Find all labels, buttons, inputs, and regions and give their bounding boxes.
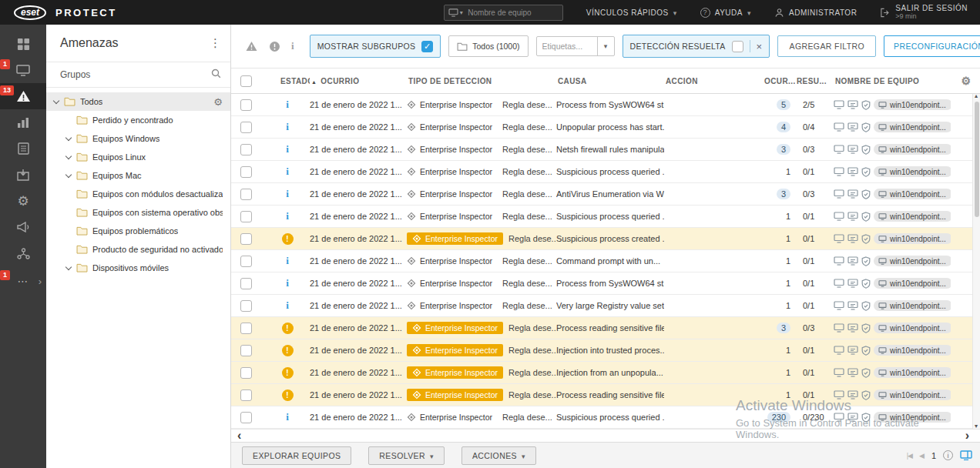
occurrences-count[interactable]: 4 [777, 122, 790, 132]
computer-details-icon[interactable] [834, 301, 844, 310]
row-checkbox[interactable] [240, 122, 252, 133]
row-checkbox[interactable] [240, 389, 252, 401]
resolved-detection-filter[interactable]: DETECCIÓN RESUELTA [623, 35, 770, 58]
help-menu[interactable]: ? AYUDA [700, 8, 751, 18]
computer-name-pill[interactable]: win10endpoint... [874, 99, 951, 110]
row-checkbox[interactable] [240, 144, 252, 155]
occurrences-count[interactable]: 1 [786, 390, 790, 399]
occurrences-count[interactable]: 230 [767, 412, 790, 423]
security-status-icon[interactable] [861, 212, 871, 222]
cause-cell[interactable]: Suspicious process created ... [556, 234, 664, 243]
severity-info-filter-icon[interactable]: i [291, 40, 294, 52]
expand-nav-chevron-icon[interactable]: › [39, 276, 42, 287]
computer-name-pill[interactable]: win10endpoint... [874, 256, 951, 266]
computer-actions-icon[interactable] [847, 279, 858, 288]
row-checkbox[interactable] [240, 256, 252, 267]
scroll-left-icon[interactable] [237, 432, 241, 440]
search-input[interactable] [466, 8, 558, 18]
scroll-right-icon[interactable] [965, 432, 969, 440]
computer-actions-icon[interactable] [847, 122, 858, 132]
horizontal-scrollbar[interactable] [231, 429, 980, 442]
security-status-icon[interactable] [861, 234, 871, 244]
computer-actions-icon[interactable] [847, 368, 858, 377]
computer-details-icon[interactable] [834, 346, 844, 355]
scrollbar-thumb[interactable] [975, 102, 979, 217]
security-status-icon[interactable] [861, 346, 871, 356]
group-search-icon[interactable] [211, 69, 221, 81]
occurrences-count[interactable]: 1 [786, 212, 790, 221]
cause-cell[interactable]: Very large Registry value set ... [556, 301, 664, 310]
computer-actions-icon[interactable] [847, 413, 858, 422]
severity-error-filter-icon[interactable] [245, 41, 258, 52]
expand-chevron-icon[interactable] [53, 97, 59, 103]
computer-actions-icon[interactable] [847, 390, 858, 399]
computer-actions-icon[interactable] [847, 256, 858, 266]
detection-row[interactable]: 21 de enero de 2022 1... Enterprise Insp… [231, 362, 980, 384]
row-checkbox[interactable] [240, 412, 252, 423]
cause-cell[interactable]: Suspicious process queried ... [556, 167, 664, 176]
computer-details-icon[interactable] [834, 279, 844, 288]
security-status-icon[interactable] [861, 100, 871, 110]
show-subgroups-checkbox[interactable] [421, 41, 433, 52]
computer-search-box[interactable]: ▾ [444, 5, 563, 21]
occurrences-count[interactable]: 3 [777, 189, 790, 199]
cause-cell[interactable]: Injection into trusted proces... [556, 346, 664, 355]
computer-details-icon[interactable] [834, 368, 844, 377]
security-status-icon[interactable] [861, 390, 871, 400]
vertical-scrollbar[interactable] [972, 94, 980, 429]
remove-filter-icon[interactable] [757, 41, 763, 52]
row-checkbox[interactable] [240, 211, 252, 222]
detection-row[interactable]: 21 de enero de 2022 1... Enterprise Insp… [231, 406, 980, 429]
security-status-icon[interactable] [861, 413, 871, 423]
search-scope-chevron-icon[interactable]: ▾ [460, 9, 464, 16]
expand-chevron-icon[interactable] [65, 134, 72, 140]
show-subgroups-filter[interactable]: MOSTRAR SUBGRUPOS [310, 35, 441, 58]
expand-chevron-icon[interactable] [65, 171, 72, 177]
logout-button[interactable]: SALIR DE SESIÓN >9 min [880, 4, 968, 21]
nav-tasks[interactable] [0, 135, 46, 162]
cause-cell[interactable]: Process from SysWOW64 st... [556, 100, 664, 109]
column-nombre-equipo[interactable]: NOMBRE DE EQUIPO [834, 77, 951, 85]
table-settings-icon[interactable] [962, 75, 972, 87]
computer-actions-icon[interactable] [847, 346, 858, 355]
nav-computers[interactable]: 1 [0, 57, 46, 83]
nav-more[interactable]: 1 ⋯ › [0, 268, 46, 294]
computer-name-pill[interactable]: win10endpoint... [874, 278, 951, 289]
detection-row[interactable]: 21 de enero de 2022 1... Enterprise Insp… [231, 295, 980, 317]
sidebar-kebab-menu-icon[interactable] [210, 36, 221, 50]
occurrences-count[interactable]: 1 [786, 167, 790, 176]
computer-actions-icon[interactable] [847, 301, 858, 310]
security-status-icon[interactable] [861, 368, 871, 378]
computer-details-icon[interactable] [834, 413, 844, 422]
row-checkbox[interactable] [240, 99, 252, 111]
security-status-icon[interactable] [861, 122, 871, 132]
cause-cell[interactable]: Unpopular process has start... [556, 122, 664, 132]
computer-name-pill[interactable]: win10endpoint... [874, 412, 951, 423]
occurrences-count[interactable]: 1 [786, 346, 790, 355]
cause-cell[interactable]: Injection from an unpopula... [556, 368, 664, 377]
detection-row[interactable]: 21 de enero de 2022 1... Enterprise Insp… [231, 339, 980, 362]
column-tipo-deteccion[interactable]: TIPO DE DETECCIÓN [407, 77, 556, 85]
resolve-button[interactable]: RESOLVER [368, 446, 445, 465]
severity-warning-filter-icon[interactable] [269, 41, 280, 52]
computer-name-pill[interactable]: win10endpoint... [874, 323, 951, 333]
select-all-checkbox[interactable] [240, 75, 252, 87]
detection-row[interactable]: 21 de enero de 2022 1... Enterprise Insp… [231, 250, 980, 272]
column-accion[interactable]: ACCIÓN [664, 77, 763, 85]
detection-row[interactable]: 21 de enero de 2022 1... Enterprise Insp… [231, 161, 980, 183]
security-status-icon[interactable] [861, 301, 871, 311]
column-causa[interactable]: CAUSA [556, 77, 664, 85]
row-checkbox[interactable] [240, 367, 252, 379]
cause-cell[interactable]: AntiVirus Enumeration via W... [556, 189, 664, 199]
security-status-icon[interactable] [861, 189, 871, 199]
row-checkbox[interactable] [240, 233, 252, 245]
cause-cell[interactable]: Process reading sensitive file... [556, 323, 664, 333]
security-status-icon[interactable] [861, 167, 871, 177]
quick-links-menu[interactable]: VÍNCULOS RÁPIDOS [586, 8, 677, 17]
computer-actions-icon[interactable] [847, 189, 858, 199]
nav-detections[interactable]: 13 [0, 83, 46, 109]
row-checkbox[interactable] [240, 189, 252, 200]
occurrences-count[interactable]: 1 [786, 256, 790, 266]
detection-row[interactable]: 21 de enero de 2022 1... Enterprise Insp… [231, 228, 980, 250]
occurrences-count[interactable]: 3 [777, 144, 790, 155]
